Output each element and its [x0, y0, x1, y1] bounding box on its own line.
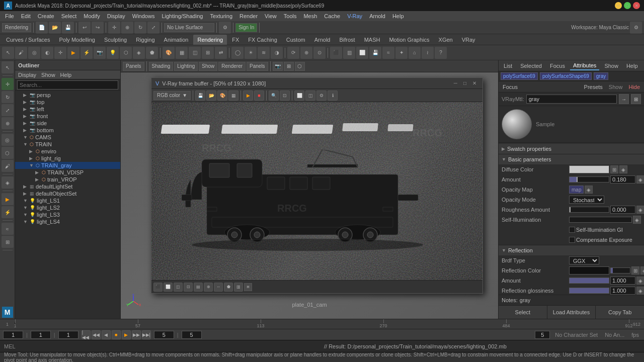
tab-curves-surfaces[interactable]: Curves / Surfaces — [2, 35, 54, 45]
tree-item-light-ls1[interactable]: ▼ 💡 light_LS1 — [15, 197, 120, 204]
tree-item-front[interactable]: ▶ 📷 front — [15, 113, 120, 120]
vray-bottom-icon6[interactable]: ⊕ — [204, 283, 213, 292]
prev-step-btn[interactable]: ◀ — [102, 330, 111, 339]
vp-cam-icon[interactable]: 📷 — [273, 62, 283, 71]
icon-render-settings[interactable]: ⚙ — [219, 22, 231, 34]
menu-help[interactable]: Help — [389, 11, 407, 21]
tool-move[interactable]: ✛ — [54, 47, 66, 59]
refl-amount-slider[interactable] — [569, 278, 609, 284]
current-frame2-input[interactable] — [535, 331, 550, 339]
menu-cache[interactable]: Cache — [321, 11, 343, 21]
rp-nav-focus[interactable]: Focus — [501, 84, 520, 90]
rp-tab-attributes[interactable]: Attributes — [570, 61, 599, 70]
menu-mesh[interactable]: Mesh — [300, 11, 320, 21]
tab-bifrost[interactable]: Bifrost — [335, 35, 359, 45]
tab-rigging[interactable]: Rigging — [132, 35, 158, 45]
tree-item-bottom[interactable]: ▶ 📷 bottom — [15, 127, 120, 134]
refl-color-slider[interactable] — [610, 267, 630, 274]
vray-tb-channels[interactable]: ▦ — [228, 90, 238, 101]
vray-bottom-icon7[interactable]: ↔ — [214, 283, 223, 292]
vraymat-input[interactable] — [526, 95, 617, 104]
vray-bottom-icon5[interactable]: ▤ — [194, 283, 203, 292]
range-end-input[interactable] — [154, 331, 174, 339]
tool-dof[interactable]: ⊙ — [313, 47, 326, 59]
menu-vray[interactable]: V-Ray — [344, 11, 365, 21]
timeline[interactable]: 1 1 57 113 270 484 912 912 — [0, 319, 644, 329]
lt-ipr[interactable]: ⚡ — [2, 206, 14, 218]
menu-file[interactable]: File — [2, 11, 17, 21]
icon-new[interactable]: 📄 — [36, 22, 48, 34]
tool-uv[interactable]: ⊞ — [202, 47, 214, 59]
lt-render[interactable]: ▶ — [2, 193, 14, 205]
tree-item-light-ls3[interactable]: ▼ 💡 light_LS3 — [15, 211, 120, 218]
tree-item-left[interactable]: ▶ 📷 left — [15, 106, 120, 113]
vray-tb-zoom[interactable]: 🔍 — [269, 90, 279, 101]
icon-redo[interactable]: ↪ — [92, 22, 104, 34]
prev-frame-btn[interactable]: ◀◀ — [92, 330, 101, 339]
tab-mash[interactable]: MASH — [360, 35, 384, 45]
lt-universal[interactable]: ⊕ — [2, 117, 14, 129]
tool-assign-material[interactable]: ⬟ — [146, 47, 158, 59]
icon-save[interactable]: 💾 — [62, 22, 74, 34]
menu-texturing[interactable]: Texturing — [207, 11, 235, 21]
refl-amount-expand[interactable]: ◈ — [636, 277, 644, 285]
tree-item-train[interactable]: ▼ ⬡ TRAIN — [15, 141, 120, 148]
vray-tb-compare[interactable]: ◫ — [305, 90, 315, 101]
menu-edit[interactable]: Edit — [18, 11, 34, 21]
vp-panels-btn[interactable]: Panels — [123, 62, 144, 71]
tool-texture[interactable]: ▦ — [176, 47, 188, 59]
vray-bottom-icon9[interactable]: ▥ — [234, 283, 243, 292]
tool-light[interactable]: 💡 — [107, 47, 119, 59]
roughness-input[interactable] — [610, 206, 635, 214]
refl-color-expand[interactable]: ⊞ — [631, 266, 639, 275]
next-step-btn[interactable]: ▶▶ — [132, 330, 141, 339]
outliner-menu-display[interactable]: Display — [16, 72, 38, 78]
tool-select[interactable]: ↖ — [2, 47, 14, 59]
vray-tb-fit[interactable]: ⊡ — [280, 90, 290, 101]
vray-tb-render[interactable]: ▶ — [243, 90, 253, 101]
refl-gloss-expand[interactable]: ◈ — [636, 287, 644, 295]
tool-composite[interactable]: ⬛ — [330, 47, 342, 59]
vray-tb-info[interactable]: ℹ — [328, 90, 338, 101]
menu-create[interactable]: Create — [35, 11, 57, 21]
vray-tb-color[interactable]: 🎨 — [217, 90, 227, 101]
icon-select[interactable]: ✛ — [108, 22, 120, 34]
tree-item-persp[interactable]: ▶ 📷 persp — [15, 92, 120, 99]
menu-modify[interactable]: Modify — [80, 11, 103, 21]
tree-item-train-vdisp[interactable]: ▶ ⬡ TRAIN_VDISP — [15, 169, 120, 176]
lt-rotate[interactable]: ↻ — [2, 91, 14, 103]
refl-amount-input[interactable] — [610, 277, 635, 285]
tool-transfer[interactable]: ⇄ — [215, 47, 227, 59]
self-illum-gi-check[interactable] — [569, 227, 575, 233]
vray-tb-settings[interactable]: ⚙ — [316, 90, 327, 101]
range-start-input[interactable] — [58, 331, 78, 339]
menu-select[interactable]: Select — [58, 11, 80, 21]
lt-select[interactable]: ↖ — [2, 61, 14, 73]
vray-close[interactable]: ✕ — [470, 80, 478, 86]
refl-gloss-slider[interactable] — [569, 288, 609, 294]
tool-sculpt[interactable]: ◐ — [41, 47, 53, 59]
icon-move[interactable]: ⊕ — [121, 22, 133, 34]
roughness-expand[interactable]: ◈ — [636, 206, 644, 214]
tab-sculpting[interactable]: Sculpting — [100, 35, 131, 45]
tree-item-default-object-set[interactable]: ▶ ▦ defaultObjectSet — [15, 190, 120, 197]
tool-sky[interactable]: ☀ — [245, 47, 257, 59]
tool-bake[interactable]: ◫ — [189, 47, 201, 59]
tree-item-train-gray[interactable]: ▼ ⬡ TRAIN_gray — [15, 162, 120, 169]
tool-hypershade[interactable]: ⬡ — [120, 47, 132, 59]
live-surface-dropdown[interactable]: No Live Surface — [164, 23, 214, 32]
lt-paint[interactable]: 🖌 — [2, 160, 14, 172]
vp-grid-icon[interactable]: ⊞ — [284, 62, 294, 71]
tree-item-light-ls4[interactable]: ▼ 💡 light_LS4 — [15, 218, 120, 225]
vray-tb-save[interactable]: 💾 — [195, 90, 205, 101]
vp-renderer-btn[interactable]: Renderer — [218, 62, 246, 71]
outliner-menu-help[interactable]: Help — [58, 72, 74, 78]
icon-open[interactable]: 📂 — [49, 22, 61, 34]
icon-workspace-settings[interactable]: ⚙ — [630, 22, 642, 34]
tab-motion-graphics[interactable]: Motion Graphics — [385, 35, 433, 45]
vray-tb-region[interactable]: ⬜ — [294, 90, 304, 101]
next-end-btn[interactable]: ▶▶| — [142, 330, 151, 339]
menu-windows[interactable]: Windows — [129, 11, 158, 21]
tab-arnold[interactable]: Arnold — [310, 35, 335, 45]
opacity-map-btn[interactable]: map — [569, 186, 584, 194]
